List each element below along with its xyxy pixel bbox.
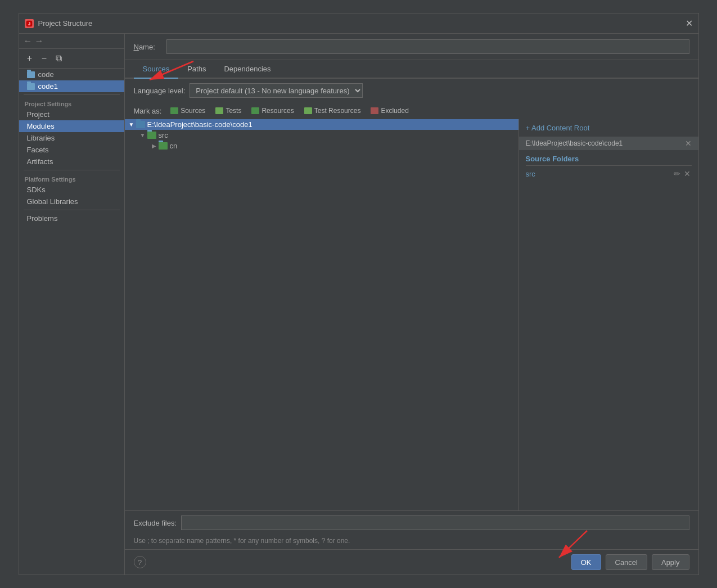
nav-sdks[interactable]: SDKs (19, 184, 124, 196)
app-icon: J (25, 19, 34, 28)
bottom-bar: ? OK Cancel Apply (125, 549, 698, 575)
mark-as-label: Mark as: (134, 107, 162, 115)
toggle-cn[interactable]: ▶ (150, 143, 159, 149)
tree-item-cn[interactable]: ▶ cn (125, 141, 518, 151)
mark-excluded-button[interactable]: Excluded (367, 106, 412, 116)
name-input[interactable]: code1 (166, 39, 689, 54)
tree-item-root[interactable]: ▼ E:\IdeaProject\basic-code\code1 (125, 119, 518, 130)
svg-text:J: J (28, 21, 30, 26)
nav-artifacts[interactable]: Artifacts (19, 156, 124, 168)
source-folders-section: Source Folders src ✏ ✕ (519, 150, 698, 184)
project-label: Project (27, 110, 49, 119)
lang-level-select[interactable]: Project default (13 - No new language fe… (190, 83, 363, 98)
module-list: code code1 Project Settings Project Modu… (19, 69, 124, 575)
mark-tests-button[interactable]: Tests (212, 106, 245, 116)
module-item-code[interactable]: code (19, 69, 124, 80)
nav-facets[interactable]: Facets (19, 144, 124, 156)
platform-settings-header: Platform Settings (19, 173, 124, 184)
global-libraries-label: Global Libraries (27, 197, 78, 206)
window-title: Project Structure (38, 19, 93, 28)
sources-icon (170, 107, 178, 114)
mark-test-resources-button[interactable]: Test Resources (301, 106, 364, 116)
exclude-input[interactable] (181, 515, 689, 530)
toggle-src[interactable]: ▼ (138, 132, 147, 138)
add-module-button[interactable]: + (24, 52, 36, 65)
tab-sources[interactable]: Sources (134, 60, 179, 79)
folder-icon-root (136, 121, 145, 128)
toggle-root[interactable]: ▼ (127, 121, 136, 128)
remove-module-button[interactable]: − (38, 52, 51, 65)
excluded-icon (371, 107, 378, 114)
tree-item-src[interactable]: ▼ src (125, 130, 518, 141)
mark-resources-button[interactable]: Resources (248, 106, 297, 116)
name-label: Name: (134, 43, 162, 51)
copy-module-button[interactable]: ⧉ (53, 52, 65, 65)
test-resources-icon (304, 107, 312, 114)
help-button[interactable]: ? (134, 556, 146, 568)
module-label-code: code (38, 70, 54, 79)
mark-tests-label: Tests (226, 107, 241, 115)
title-bar: J Project Structure ✕ (19, 13, 698, 34)
project-structure-dialog: J Project Structure ✕ ← → + − ⧉ code (19, 13, 699, 575)
add-content-root-button[interactable]: + Add Content Root (519, 119, 698, 137)
modules-label: Modules (27, 122, 55, 130)
exclude-label: Exclude files: (134, 519, 177, 527)
ok-button[interactable]: OK (571, 554, 601, 570)
exclude-hint: Use ; to separate name patterns, * for a… (125, 535, 698, 549)
folder-icon-src (147, 132, 156, 139)
right-panel: Name: code1 Sources Paths Dependencies L… (125, 34, 698, 575)
resources-icon (251, 107, 259, 114)
folder-icon-code1 (27, 83, 35, 90)
problems-label: Problems (27, 214, 58, 223)
separator-3 (24, 210, 120, 210)
content-root-path: E:\IdeaProject\basic-code\code1 (526, 139, 685, 147)
source-folder-actions: ✏ ✕ (673, 169, 692, 178)
mark-excluded-label: Excluded (381, 107, 408, 115)
source-folder-name-src: src (526, 170, 670, 178)
forward-button[interactable]: → (35, 36, 44, 46)
nav-project[interactable]: Project (19, 108, 124, 120)
libraries-label: Libraries (27, 134, 55, 142)
back-button[interactable]: ← (24, 36, 33, 46)
mark-sources-button[interactable]: Sources (167, 106, 209, 116)
exclude-files-row: Exclude files: (125, 510, 698, 535)
folder-icon-code (27, 71, 35, 78)
tab-dependencies[interactable]: Dependencies (215, 60, 279, 79)
separator-2 (24, 170, 120, 170)
remove-source-folder-button[interactable]: ✕ (683, 169, 692, 178)
artifacts-label: Artifacts (27, 157, 53, 166)
facets-label: Facets (27, 146, 49, 154)
sdks-label: SDKs (27, 186, 46, 194)
left-panel: ← → + − ⧉ code code1 Projec (19, 34, 125, 575)
source-folders-title: Source Folders (526, 155, 692, 163)
close-button[interactable]: ✕ (686, 19, 693, 28)
right-sidebar: + Add Content Root E:\IdeaProject\basic-… (518, 119, 698, 510)
folder-icon-cn (159, 142, 168, 150)
apply-button[interactable]: Apply (652, 554, 689, 570)
mark-sources-label: Sources (181, 107, 205, 115)
mark-as-row: Mark as: Sources Tests Resources Test Re… (125, 102, 698, 119)
source-folder-item-src: src ✏ ✕ (526, 168, 692, 179)
separator-1 (24, 94, 120, 95)
content-root-close-button[interactable]: ✕ (685, 139, 692, 148)
lang-level-label: Language level: (134, 87, 186, 95)
lang-level-row: Language level: Project default (13 - No… (125, 79, 698, 102)
nav-problems[interactable]: Problems (19, 212, 124, 224)
project-settings-header: Project Settings (19, 97, 124, 108)
tests-icon (215, 107, 223, 114)
module-label-code1: code1 (38, 82, 58, 91)
nav-global-libraries[interactable]: Global Libraries (19, 196, 124, 207)
tab-paths[interactable]: Paths (178, 60, 215, 79)
edit-source-folder-button[interactable]: ✏ (673, 169, 682, 178)
nav-modules[interactable]: Modules (19, 120, 124, 132)
source-folders-separator (526, 165, 692, 166)
nav-libraries[interactable]: Libraries (19, 132, 124, 144)
module-toolbar: + − ⧉ (19, 49, 124, 69)
name-row: Name: code1 (125, 34, 698, 60)
cancel-button[interactable]: Cancel (606, 554, 647, 570)
module-item-code1[interactable]: code1 (19, 80, 124, 92)
mark-resources-label: Resources (261, 107, 294, 115)
tabs-row: Sources Paths Dependencies (125, 60, 698, 79)
tree-label-cn: cn (170, 142, 178, 150)
file-content-area: ▼ E:\IdeaProject\basic-code\code1 ▼ src … (125, 119, 698, 510)
